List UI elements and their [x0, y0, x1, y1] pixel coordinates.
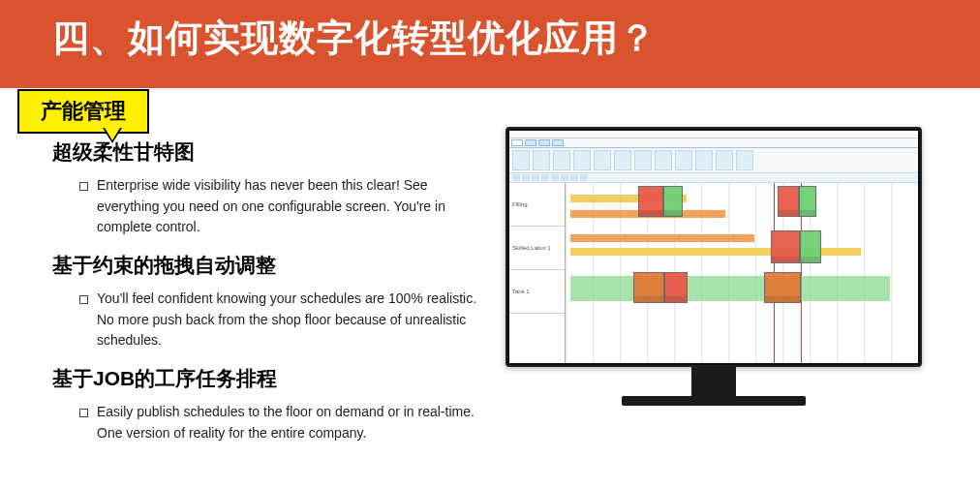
preview-titlebar: [509, 131, 918, 138]
preview-tab: [511, 139, 523, 146]
callout-pointer-icon: [103, 128, 122, 143]
toolbar-button-icon: [551, 174, 559, 181]
slide-title: 四、如何实现数字化转型优化应用？: [52, 17, 657, 58]
ribbon-button-icon: [655, 150, 672, 170]
slide-header: 四、如何实现数字化转型优化应用？: [0, 0, 980, 88]
gantt-row-label: Skilled Labor 1: [509, 227, 565, 270]
ribbon-button-icon: [533, 150, 550, 170]
gantt-block: [663, 186, 683, 217]
topic-callout-label: 产能管理: [17, 89, 149, 134]
gantt-block: [764, 272, 801, 303]
preview-gantt-row-labels: Filling Skilled Labor 1 Tank 1: [509, 183, 566, 363]
toolbar-button-icon: [532, 174, 539, 181]
toolbar-button-icon: [541, 174, 549, 181]
toolbar-button-icon: [580, 174, 588, 181]
preview-gantt-chart: [566, 183, 918, 363]
section-bullet-1: Enterprise wide visibility has never bee…: [79, 175, 488, 238]
section-bullet-3: Easily publish schedules to the floor on…: [79, 402, 488, 443]
gantt-block: [800, 230, 821, 263]
gantt-row-label: Filling: [509, 183, 565, 227]
toolbar-button-icon: [522, 174, 530, 181]
text-column: 超级柔性甘特图 Enterprise wide visibility has n…: [52, 138, 488, 450]
content-row: 超级柔性甘特图 Enterprise wide visibility has n…: [0, 88, 980, 450]
illustration-column: Filling Skilled Labor 1 Tank 1: [507, 138, 951, 450]
monitor-bezel: Filling Skilled Labor 1 Tank 1: [505, 127, 922, 367]
gantt-row-label: Tank 1: [509, 270, 565, 314]
preview-tab: [538, 139, 550, 146]
section-heading-3: 基于JOB的工序任务排程: [52, 365, 488, 392]
preview-tabs: [509, 138, 918, 148]
monitor-illustration: Filling Skilled Labor 1 Tank 1: [505, 127, 922, 406]
gantt-block: [633, 272, 664, 303]
gantt-block: [799, 186, 816, 217]
topic-callout: 产能管理: [17, 89, 149, 134]
ribbon-button-icon: [573, 150, 591, 170]
gantt-bar: [570, 234, 754, 242]
ribbon-button-icon: [695, 150, 713, 170]
screenshot-preview: Filling Skilled Labor 1 Tank 1: [509, 131, 918, 363]
gantt-block: [638, 186, 663, 217]
gantt-row: [566, 270, 918, 314]
toolbar-button-icon: [570, 174, 578, 181]
ribbon-button-icon: [716, 150, 733, 170]
ribbon-button-icon: [512, 150, 530, 170]
ribbon-button-icon: [594, 150, 611, 170]
gantt-block: [778, 186, 799, 217]
gantt-block: [664, 272, 688, 303]
preview-toolbar: [509, 173, 918, 183]
gantt-block: [771, 230, 800, 263]
ribbon-button-icon: [553, 150, 570, 170]
ribbon-button-icon: [675, 150, 692, 170]
ribbon-button-icon: [736, 150, 753, 170]
ribbon-button-icon: [614, 150, 631, 170]
preview-tab: [552, 139, 564, 146]
toolbar-button-icon: [561, 174, 568, 181]
ribbon-button-icon: [634, 150, 652, 170]
gantt-row: [566, 227, 918, 270]
preview-tab: [525, 139, 536, 146]
section-heading-2: 基于约束的拖拽自动调整: [52, 252, 488, 279]
preview-ribbon: [509, 148, 918, 173]
section-bullet-2: You'll feel confident knowing your sched…: [79, 289, 488, 351]
gantt-bar: [570, 276, 890, 301]
gantt-row: [566, 183, 918, 227]
toolbar-button-icon: [512, 174, 520, 181]
monitor-stand-base: [622, 396, 806, 406]
monitor-stand-neck: [691, 367, 736, 396]
preview-gantt: Filling Skilled Labor 1 Tank 1: [509, 183, 918, 363]
